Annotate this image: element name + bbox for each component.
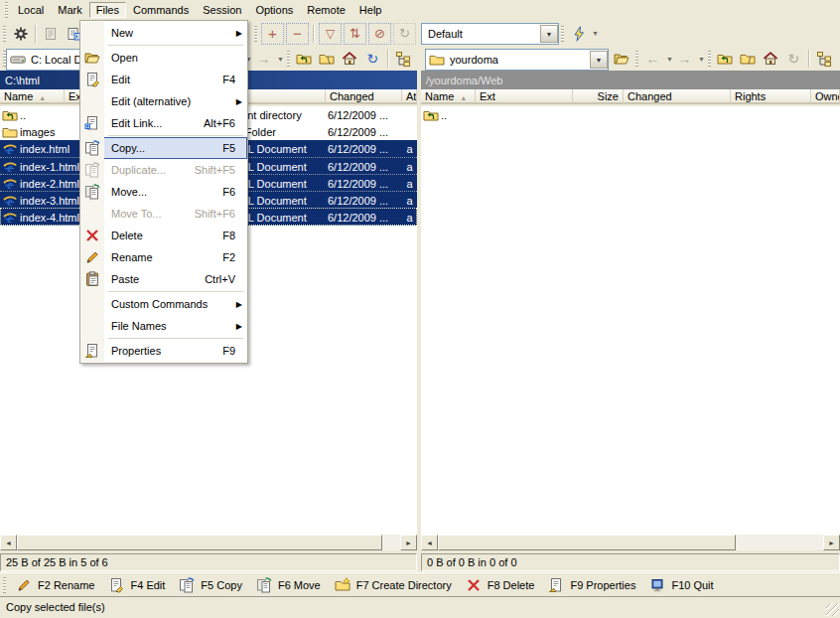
home-icon[interactable]: [760, 48, 782, 70]
menu-item-paste[interactable]: PasteCtrl+V: [80, 268, 247, 290]
menu-remote[interactable]: Remote: [300, 2, 352, 18]
scroll-left-arrow-icon[interactable]: ◄: [0, 535, 17, 550]
command-f4-edit[interactable]: F4 Edit: [101, 574, 172, 595]
column-header-attr[interactable]: Attr: [402, 89, 417, 104]
menu-session[interactable]: Session: [196, 2, 248, 18]
root-dir-backslash-icon[interactable]: \: [316, 48, 339, 70]
parent-dir-folder-icon[interactable]: [714, 48, 737, 70]
dir-tree-icon[interactable]: [813, 48, 836, 70]
menu-item-move[interactable]: Move...F6: [80, 181, 247, 203]
remote-hscroll-thumb[interactable]: [438, 535, 736, 550]
transfer-dropdown-icon[interactable]: ▼: [592, 30, 599, 37]
doc-props-icon: [548, 577, 564, 593]
menu-options[interactable]: Options: [248, 2, 300, 18]
submenu-arrow-icon: ▶: [236, 300, 242, 309]
remote-dir-dropdown[interactable]: ▼: [590, 51, 608, 69]
commandbar-gripper[interactable]: [3, 577, 6, 593]
menu-item-delete[interactable]: DeleteF8: [80, 225, 247, 246]
column-header-name[interactable]: Name▲: [0, 89, 65, 104]
preferences-gear-icon[interactable]: [9, 23, 32, 45]
file-row[interactable]: ..: [421, 106, 840, 123]
forward-arrow-icon[interactable]: →: [673, 48, 696, 70]
command-f10-quit[interactable]: F10 Quit: [642, 574, 720, 595]
minus-icon[interactable]: −: [286, 23, 309, 45]
toolbar-gripper[interactable]: [3, 26, 6, 42]
menu-item-move-to[interactable]: Move To...Shift+F6: [80, 203, 247, 225]
menubar-gripper[interactable]: [5, 2, 8, 18]
rotate-icon[interactable]: ↻: [393, 23, 416, 45]
remote-hscroll-track[interactable]: [438, 535, 823, 550]
toolbar-gripper[interactable]: [561, 26, 564, 42]
column-header-rights[interactable]: Rights: [731, 89, 811, 104]
resize-grip[interactable]: [826, 603, 839, 616]
toolbar-gripper[interactable]: [254, 26, 257, 42]
menu-item-file-names[interactable]: File Names▶: [80, 315, 247, 337]
command-f5-copy[interactable]: F5 Copy: [172, 574, 249, 595]
remote-path-bar[interactable]: /yourdoma/Web: [421, 71, 840, 89]
column-header-size[interactable]: Size: [573, 89, 624, 104]
column-header-ext[interactable]: Ext: [476, 89, 573, 104]
menu-separator-line: [108, 45, 243, 46]
home-icon[interactable]: [339, 48, 361, 70]
toolbar-gripper[interactable]: [708, 51, 711, 67]
command-f8-delete[interactable]: F8 Delete: [459, 574, 542, 595]
menu-item-new[interactable]: New▶: [80, 22, 247, 44]
toolbar-gripper[interactable]: [635, 51, 638, 67]
refresh-icon[interactable]: ↻: [782, 48, 805, 70]
forward-arrow-dropdown-icon[interactable]: ▼: [698, 56, 705, 63]
local-hscroll-thumb[interactable]: [17, 535, 382, 550]
refresh-icon[interactable]: ↻: [361, 48, 384, 70]
menu-item-custom-commands[interactable]: Custom Commands▶: [80, 293, 247, 315]
local-hscrollbar[interactable]: ◄ ►: [0, 534, 417, 550]
menu-item-open[interactable]: Open: [80, 47, 247, 69]
parent-dir-folder-icon[interactable]: [293, 48, 316, 70]
synchronize-icon[interactable]: ⇅: [344, 23, 366, 45]
menu-item-copy[interactable]: Copy...F5: [80, 137, 247, 159]
menu-item-properties[interactable]: PropertiesF9: [80, 340, 247, 362]
back-arrow-icon[interactable]: ←: [641, 48, 664, 70]
scroll-right-arrow-icon[interactable]: ►: [400, 535, 417, 550]
column-header-changed[interactable]: Changed: [326, 89, 402, 104]
menu-commands[interactable]: Commands: [126, 2, 196, 18]
menu-item-shortcut: Shift+F5: [195, 164, 247, 176]
menu-item-duplicate[interactable]: Duplicate...Shift+F5: [80, 159, 247, 181]
lightning-icon[interactable]: [567, 23, 590, 45]
transfer-settings-dropdown[interactable]: ▼: [540, 25, 558, 43]
file-name: index-1.html: [20, 161, 79, 173]
doc-move-icon: [256, 577, 272, 593]
menu-local[interactable]: Local: [11, 2, 51, 18]
column-header-owner[interactable]: Owner: [811, 89, 840, 104]
remote-hscrollbar[interactable]: ◄ ►: [421, 534, 840, 550]
menu-item-edit-alternative[interactable]: Edit (alternative)▶: [80, 90, 247, 112]
back-arrow-dropdown-icon[interactable]: ▼: [666, 56, 673, 63]
root-dir-slash-icon[interactable]: /: [737, 48, 760, 70]
command-f7-create-directory[interactable]: F7 Create Directory: [328, 574, 459, 595]
scroll-left-arrow-icon[interactable]: ◄: [421, 535, 438, 550]
command-f2-rename[interactable]: F2 Rename: [9, 574, 101, 595]
cancel-icon[interactable]: ⊘: [368, 23, 391, 45]
filter-icon[interactable]: ▽: [319, 23, 342, 45]
transfer-settings-combo[interactable]: Default ▼: [421, 23, 559, 45]
column-header-name[interactable]: Name▲: [421, 89, 476, 104]
menu-item-edit-link[interactable]: Edit Link...Alt+F6: [80, 112, 247, 134]
svg-text:e: e: [7, 211, 13, 225]
menu-item-rename[interactable]: RenameF2: [80, 246, 247, 268]
remote-dir-combo[interactable]: yourdoma ▼: [425, 49, 609, 71]
menu-files[interactable]: Files: [89, 2, 126, 18]
menu-help[interactable]: Help: [352, 2, 389, 18]
plus-icon[interactable]: +: [261, 23, 284, 45]
dir-tree-icon[interactable]: [392, 48, 415, 70]
site-manager-doc-icon[interactable]: [40, 23, 63, 45]
column-header-changed[interactable]: Changed: [624, 89, 731, 104]
open-dir-folder-icon[interactable]: [610, 48, 632, 70]
forward-arrow-dropdown-icon[interactable]: ▼: [277, 56, 284, 63]
local-hscroll-track[interactable]: [17, 535, 400, 550]
menu-icon-gutter: [80, 203, 104, 225]
toolbar-gripper[interactable]: [287, 51, 290, 67]
scroll-right-arrow-icon[interactable]: ►: [823, 535, 840, 550]
command-f9-properties[interactable]: F9 Properties: [541, 574, 642, 595]
command-f6-move[interactable]: F6 Move: [249, 574, 328, 595]
forward-arrow-icon[interactable]: →: [252, 48, 275, 70]
menu-mark[interactable]: Mark: [51, 2, 88, 18]
menu-item-edit[interactable]: EditF4: [80, 69, 247, 90]
